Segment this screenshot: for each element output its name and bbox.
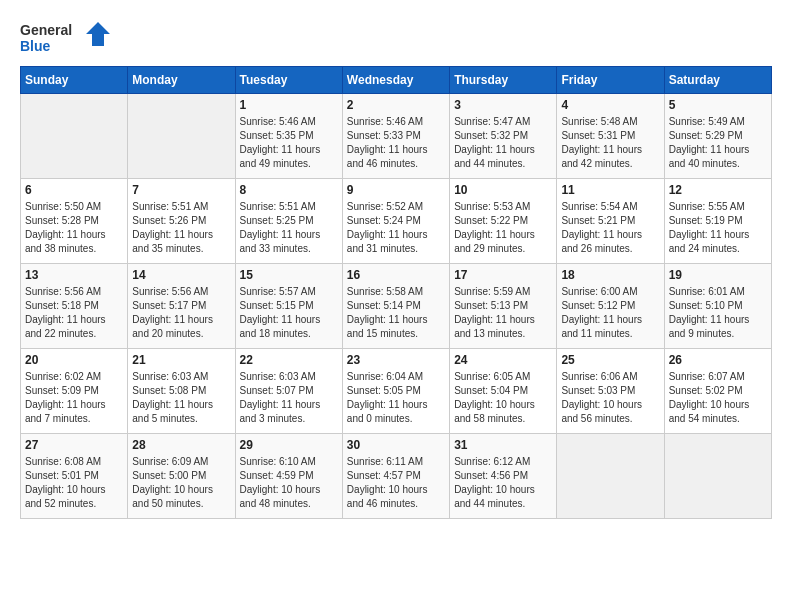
day-number: 15 (240, 268, 338, 282)
day-detail: Sunrise: 6:11 AMSunset: 4:57 PMDaylight:… (347, 455, 445, 511)
day-detail: Sunrise: 5:55 AMSunset: 5:19 PMDaylight:… (669, 200, 767, 256)
day-detail: Sunrise: 5:56 AMSunset: 5:18 PMDaylight:… (25, 285, 123, 341)
day-number: 20 (25, 353, 123, 367)
calendar-cell: 28Sunrise: 6:09 AMSunset: 5:00 PMDayligh… (128, 434, 235, 519)
day-number: 17 (454, 268, 552, 282)
calendar-cell: 6Sunrise: 5:50 AMSunset: 5:28 PMDaylight… (21, 179, 128, 264)
day-detail: Sunrise: 6:09 AMSunset: 5:00 PMDaylight:… (132, 455, 230, 511)
day-number: 28 (132, 438, 230, 452)
day-number: 13 (25, 268, 123, 282)
calendar-cell: 29Sunrise: 6:10 AMSunset: 4:59 PMDayligh… (235, 434, 342, 519)
day-number: 18 (561, 268, 659, 282)
day-detail: Sunrise: 6:05 AMSunset: 5:04 PMDaylight:… (454, 370, 552, 426)
day-detail: Sunrise: 5:51 AMSunset: 5:25 PMDaylight:… (240, 200, 338, 256)
calendar-cell: 26Sunrise: 6:07 AMSunset: 5:02 PMDayligh… (664, 349, 771, 434)
calendar-cell: 2Sunrise: 5:46 AMSunset: 5:33 PMDaylight… (342, 94, 449, 179)
day-number: 16 (347, 268, 445, 282)
calendar-cell: 19Sunrise: 6:01 AMSunset: 5:10 PMDayligh… (664, 264, 771, 349)
day-detail: Sunrise: 5:52 AMSunset: 5:24 PMDaylight:… (347, 200, 445, 256)
calendar-cell: 12Sunrise: 5:55 AMSunset: 5:19 PMDayligh… (664, 179, 771, 264)
calendar-table: SundayMondayTuesdayWednesdayThursdayFrid… (20, 66, 772, 519)
day-detail: Sunrise: 6:07 AMSunset: 5:02 PMDaylight:… (669, 370, 767, 426)
day-detail: Sunrise: 5:46 AMSunset: 5:35 PMDaylight:… (240, 115, 338, 171)
day-detail: Sunrise: 5:49 AMSunset: 5:29 PMDaylight:… (669, 115, 767, 171)
calendar-cell: 4Sunrise: 5:48 AMSunset: 5:31 PMDaylight… (557, 94, 664, 179)
calendar-cell: 5Sunrise: 5:49 AMSunset: 5:29 PMDaylight… (664, 94, 771, 179)
calendar-header-monday: Monday (128, 67, 235, 94)
day-number: 3 (454, 98, 552, 112)
day-number: 4 (561, 98, 659, 112)
day-detail: Sunrise: 5:58 AMSunset: 5:14 PMDaylight:… (347, 285, 445, 341)
calendar-cell: 23Sunrise: 6:04 AMSunset: 5:05 PMDayligh… (342, 349, 449, 434)
calendar-cell: 7Sunrise: 5:51 AMSunset: 5:26 PMDaylight… (128, 179, 235, 264)
day-detail: Sunrise: 5:48 AMSunset: 5:31 PMDaylight:… (561, 115, 659, 171)
calendar-cell: 9Sunrise: 5:52 AMSunset: 5:24 PMDaylight… (342, 179, 449, 264)
day-number: 6 (25, 183, 123, 197)
calendar-header-saturday: Saturday (664, 67, 771, 94)
day-number: 11 (561, 183, 659, 197)
day-detail: Sunrise: 5:47 AMSunset: 5:32 PMDaylight:… (454, 115, 552, 171)
calendar-cell: 31Sunrise: 6:12 AMSunset: 4:56 PMDayligh… (450, 434, 557, 519)
day-detail: Sunrise: 6:10 AMSunset: 4:59 PMDaylight:… (240, 455, 338, 511)
day-number: 30 (347, 438, 445, 452)
calendar-header-row: SundayMondayTuesdayWednesdayThursdayFrid… (21, 67, 772, 94)
calendar-header-sunday: Sunday (21, 67, 128, 94)
svg-marker-2 (86, 22, 110, 46)
calendar-cell: 11Sunrise: 5:54 AMSunset: 5:21 PMDayligh… (557, 179, 664, 264)
calendar-cell: 20Sunrise: 6:02 AMSunset: 5:09 PMDayligh… (21, 349, 128, 434)
calendar-cell: 10Sunrise: 5:53 AMSunset: 5:22 PMDayligh… (450, 179, 557, 264)
day-detail: Sunrise: 5:53 AMSunset: 5:22 PMDaylight:… (454, 200, 552, 256)
day-number: 5 (669, 98, 767, 112)
day-detail: Sunrise: 5:57 AMSunset: 5:15 PMDaylight:… (240, 285, 338, 341)
day-number: 12 (669, 183, 767, 197)
day-number: 9 (347, 183, 445, 197)
day-number: 10 (454, 183, 552, 197)
day-number: 26 (669, 353, 767, 367)
calendar-week-row: 1Sunrise: 5:46 AMSunset: 5:35 PMDaylight… (21, 94, 772, 179)
calendar-cell: 27Sunrise: 6:08 AMSunset: 5:01 PMDayligh… (21, 434, 128, 519)
day-detail: Sunrise: 6:03 AMSunset: 5:07 PMDaylight:… (240, 370, 338, 426)
day-detail: Sunrise: 6:00 AMSunset: 5:12 PMDaylight:… (561, 285, 659, 341)
calendar-cell: 1Sunrise: 5:46 AMSunset: 5:35 PMDaylight… (235, 94, 342, 179)
day-number: 2 (347, 98, 445, 112)
day-detail: Sunrise: 5:54 AMSunset: 5:21 PMDaylight:… (561, 200, 659, 256)
day-number: 22 (240, 353, 338, 367)
calendar-cell (128, 94, 235, 179)
calendar-cell (557, 434, 664, 519)
day-number: 27 (25, 438, 123, 452)
calendar-cell: 16Sunrise: 5:58 AMSunset: 5:14 PMDayligh… (342, 264, 449, 349)
calendar-cell: 25Sunrise: 6:06 AMSunset: 5:03 PMDayligh… (557, 349, 664, 434)
day-number: 31 (454, 438, 552, 452)
svg-text:Blue: Blue (20, 38, 51, 54)
day-detail: Sunrise: 5:51 AMSunset: 5:26 PMDaylight:… (132, 200, 230, 256)
day-detail: Sunrise: 6:02 AMSunset: 5:09 PMDaylight:… (25, 370, 123, 426)
day-number: 19 (669, 268, 767, 282)
page-header: General Blue (20, 20, 772, 56)
day-number: 7 (132, 183, 230, 197)
calendar-week-row: 20Sunrise: 6:02 AMSunset: 5:09 PMDayligh… (21, 349, 772, 434)
calendar-cell: 22Sunrise: 6:03 AMSunset: 5:07 PMDayligh… (235, 349, 342, 434)
day-detail: Sunrise: 6:08 AMSunset: 5:01 PMDaylight:… (25, 455, 123, 511)
calendar-cell: 18Sunrise: 6:00 AMSunset: 5:12 PMDayligh… (557, 264, 664, 349)
calendar-cell: 13Sunrise: 5:56 AMSunset: 5:18 PMDayligh… (21, 264, 128, 349)
day-detail: Sunrise: 5:59 AMSunset: 5:13 PMDaylight:… (454, 285, 552, 341)
calendar-cell: 8Sunrise: 5:51 AMSunset: 5:25 PMDaylight… (235, 179, 342, 264)
day-detail: Sunrise: 6:12 AMSunset: 4:56 PMDaylight:… (454, 455, 552, 511)
calendar-cell: 14Sunrise: 5:56 AMSunset: 5:17 PMDayligh… (128, 264, 235, 349)
day-detail: Sunrise: 5:56 AMSunset: 5:17 PMDaylight:… (132, 285, 230, 341)
day-detail: Sunrise: 5:46 AMSunset: 5:33 PMDaylight:… (347, 115, 445, 171)
day-detail: Sunrise: 6:04 AMSunset: 5:05 PMDaylight:… (347, 370, 445, 426)
day-number: 29 (240, 438, 338, 452)
calendar-cell (664, 434, 771, 519)
calendar-header-tuesday: Tuesday (235, 67, 342, 94)
svg-text:General: General (20, 22, 72, 38)
calendar-cell: 30Sunrise: 6:11 AMSunset: 4:57 PMDayligh… (342, 434, 449, 519)
day-number: 21 (132, 353, 230, 367)
calendar-week-row: 13Sunrise: 5:56 AMSunset: 5:18 PMDayligh… (21, 264, 772, 349)
day-number: 25 (561, 353, 659, 367)
calendar-cell: 21Sunrise: 6:03 AMSunset: 5:08 PMDayligh… (128, 349, 235, 434)
logo-svg: General Blue (20, 20, 110, 56)
calendar-cell: 15Sunrise: 5:57 AMSunset: 5:15 PMDayligh… (235, 264, 342, 349)
calendar-header-thursday: Thursday (450, 67, 557, 94)
calendar-cell: 24Sunrise: 6:05 AMSunset: 5:04 PMDayligh… (450, 349, 557, 434)
